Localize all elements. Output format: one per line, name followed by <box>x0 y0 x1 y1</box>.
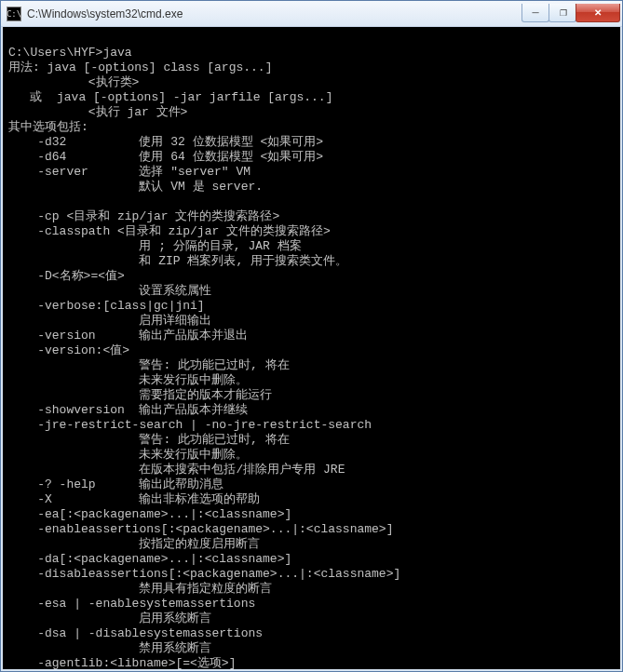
titlebar[interactable]: C:\ C:\Windows\system32\cmd.exe ─ ❐ ✕ <box>1 1 622 27</box>
window-title: C:\Windows\system32\cmd.exe <box>27 7 522 20</box>
terminal-output[interactable]: C:\Users\HYF>java 用法: java [-options] cl… <box>1 27 622 671</box>
window-controls: ─ ❐ ✕ <box>522 4 620 22</box>
restore-button[interactable]: ❐ <box>549 4 576 22</box>
close-button[interactable]: ✕ <box>576 4 620 22</box>
restore-icon: ❐ <box>560 8 565 18</box>
minimize-button[interactable]: ─ <box>521 4 549 22</box>
minimize-icon: ─ <box>532 7 538 18</box>
close-icon: ✕ <box>594 7 602 18</box>
app-icon: C:\ <box>7 7 21 21</box>
cmd-window: C:\ C:\Windows\system32\cmd.exe ─ ❐ ✕ C:… <box>0 0 623 672</box>
